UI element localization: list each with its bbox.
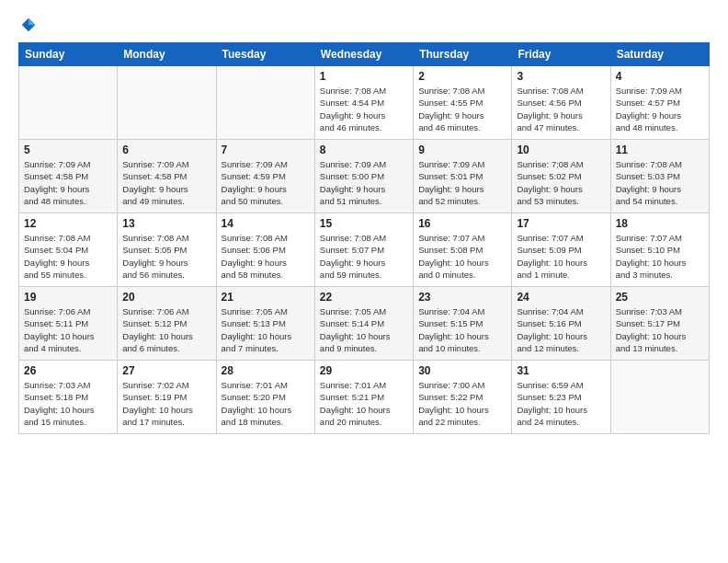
day-number: 11 <box>616 144 704 156</box>
day-cell-19: 19Sunrise: 7:06 AM Sunset: 5:11 PM Dayli… <box>19 287 118 361</box>
day-cell-24: 24Sunrise: 7:04 AM Sunset: 5:16 PM Dayli… <box>512 287 610 361</box>
week-row-1: 1Sunrise: 7:08 AM Sunset: 4:54 PM Daylig… <box>19 66 710 140</box>
day-number: 19 <box>24 291 112 304</box>
day-number: 16 <box>418 217 506 230</box>
day-cell-27: 27Sunrise: 7:02 AM Sunset: 5:19 PM Dayli… <box>118 361 216 434</box>
svg-marker-1 <box>28 18 35 25</box>
day-number: 20 <box>122 291 210 304</box>
day-header-wednesday: Wednesday <box>314 43 413 66</box>
day-number: 2 <box>418 70 506 83</box>
day-cell-21: 21Sunrise: 7:05 AM Sunset: 5:13 PM Dayli… <box>216 287 314 361</box>
day-header-sunday: Sunday <box>19 43 118 66</box>
day-header-thursday: Thursday <box>414 43 512 66</box>
day-number: 10 <box>517 144 605 156</box>
week-row-5: 26Sunrise: 7:03 AM Sunset: 5:18 PM Dayli… <box>19 361 710 434</box>
day-number: 15 <box>320 217 408 230</box>
day-number: 28 <box>222 364 310 377</box>
day-cell-14: 14Sunrise: 7:08 AM Sunset: 5:06 PM Dayli… <box>216 213 314 287</box>
day-cell-13: 13Sunrise: 7:08 AM Sunset: 5:05 PM Dayli… <box>118 213 216 287</box>
day-number: 27 <box>122 364 210 377</box>
day-number: 24 <box>517 291 605 304</box>
day-cell-25: 25Sunrise: 7:03 AM Sunset: 5:17 PM Dayli… <box>610 287 709 361</box>
day-number: 29 <box>320 364 408 377</box>
logo <box>18 17 37 33</box>
day-info: Sunrise: 7:06 AM Sunset: 5:11 PM Dayligh… <box>24 305 112 354</box>
day-number: 26 <box>24 364 112 377</box>
day-number: 31 <box>517 364 605 377</box>
day-cell-22: 22Sunrise: 7:05 AM Sunset: 5:14 PM Dayli… <box>314 287 413 361</box>
day-number: 8 <box>320 144 408 156</box>
day-info: Sunrise: 7:03 AM Sunset: 5:17 PM Dayligh… <box>616 305 704 354</box>
day-info: Sunrise: 7:08 AM Sunset: 4:56 PM Dayligh… <box>517 85 605 133</box>
day-number: 9 <box>418 144 506 156</box>
day-cell-18: 18Sunrise: 7:07 AM Sunset: 5:10 PM Dayli… <box>610 213 709 287</box>
day-number: 18 <box>616 217 704 230</box>
day-info: Sunrise: 7:05 AM Sunset: 5:13 PM Dayligh… <box>222 305 310 354</box>
day-cell-23: 23Sunrise: 7:04 AM Sunset: 5:15 PM Dayli… <box>414 287 512 361</box>
day-info: Sunrise: 7:09 AM Sunset: 4:58 PM Dayligh… <box>24 158 112 207</box>
day-info: Sunrise: 7:04 AM Sunset: 5:15 PM Dayligh… <box>418 305 506 354</box>
day-info: Sunrise: 7:09 AM Sunset: 4:59 PM Dayligh… <box>222 158 310 207</box>
day-cell-20: 20Sunrise: 7:06 AM Sunset: 5:12 PM Dayli… <box>118 287 216 361</box>
day-number: 30 <box>418 364 506 377</box>
calendar-table: SundayMondayTuesdayWednesdayThursdayFrid… <box>18 42 710 434</box>
day-info: Sunrise: 7:09 AM Sunset: 4:57 PM Dayligh… <box>616 85 704 133</box>
day-cell-4: 4Sunrise: 7:09 AM Sunset: 4:57 PM Daylig… <box>610 66 709 140</box>
day-number: 25 <box>616 291 704 304</box>
day-header-tuesday: Tuesday <box>216 43 314 66</box>
day-info: Sunrise: 7:03 AM Sunset: 5:18 PM Dayligh… <box>24 379 112 428</box>
day-number: 21 <box>222 291 310 304</box>
day-cell-2: 2Sunrise: 7:08 AM Sunset: 4:55 PM Daylig… <box>414 66 512 140</box>
day-info: Sunrise: 7:05 AM Sunset: 5:14 PM Dayligh… <box>320 305 408 354</box>
day-info: Sunrise: 7:08 AM Sunset: 5:03 PM Dayligh… <box>616 158 704 207</box>
day-info: Sunrise: 7:01 AM Sunset: 5:20 PM Dayligh… <box>222 379 310 428</box>
day-info: Sunrise: 7:07 AM Sunset: 5:10 PM Dayligh… <box>616 232 704 281</box>
day-number: 3 <box>517 70 605 83</box>
day-info: Sunrise: 7:08 AM Sunset: 5:04 PM Dayligh… <box>24 232 112 281</box>
day-cell-10: 10Sunrise: 7:08 AM Sunset: 5:02 PM Dayli… <box>512 140 610 213</box>
day-number: 4 <box>616 70 704 83</box>
day-cell-31: 31Sunrise: 6:59 AM Sunset: 5:23 PM Dayli… <box>512 361 610 434</box>
day-cell-29: 29Sunrise: 7:01 AM Sunset: 5:21 PM Dayli… <box>314 361 413 434</box>
day-cell-9: 9Sunrise: 7:09 AM Sunset: 5:01 PM Daylig… <box>414 140 512 213</box>
day-number: 13 <box>122 217 210 230</box>
empty-cell <box>118 66 216 140</box>
empty-cell <box>19 66 118 140</box>
week-row-3: 12Sunrise: 7:08 AM Sunset: 5:04 PM Dayli… <box>19 213 710 287</box>
day-info: Sunrise: 6:59 AM Sunset: 5:23 PM Dayligh… <box>517 379 605 428</box>
day-info: Sunrise: 7:07 AM Sunset: 5:08 PM Dayligh… <box>418 232 506 281</box>
calendar-page: SundayMondayTuesdayWednesdayThursdayFrid… <box>0 0 728 563</box>
empty-cell <box>216 66 314 140</box>
day-cell-5: 5Sunrise: 7:09 AM Sunset: 4:58 PM Daylig… <box>19 140 118 213</box>
page-header <box>18 17 710 33</box>
day-number: 22 <box>320 291 408 304</box>
week-row-2: 5Sunrise: 7:09 AM Sunset: 4:58 PM Daylig… <box>19 140 710 213</box>
day-cell-15: 15Sunrise: 7:08 AM Sunset: 5:07 PM Dayli… <box>314 213 413 287</box>
day-info: Sunrise: 7:01 AM Sunset: 5:21 PM Dayligh… <box>320 379 408 428</box>
day-cell-6: 6Sunrise: 7:09 AM Sunset: 4:58 PM Daylig… <box>118 140 216 213</box>
day-info: Sunrise: 7:08 AM Sunset: 5:02 PM Dayligh… <box>517 158 605 207</box>
day-cell-7: 7Sunrise: 7:09 AM Sunset: 4:59 PM Daylig… <box>216 140 314 213</box>
week-row-4: 19Sunrise: 7:06 AM Sunset: 5:11 PM Dayli… <box>19 287 710 361</box>
day-number: 23 <box>418 291 506 304</box>
day-info: Sunrise: 7:08 AM Sunset: 5:07 PM Dayligh… <box>320 232 408 281</box>
day-info: Sunrise: 7:08 AM Sunset: 4:55 PM Dayligh… <box>418 85 506 133</box>
day-number: 7 <box>222 144 310 156</box>
day-number: 6 <box>122 144 210 156</box>
day-cell-28: 28Sunrise: 7:01 AM Sunset: 5:20 PM Dayli… <box>216 361 314 434</box>
day-number: 1 <box>320 70 408 83</box>
day-info: Sunrise: 7:09 AM Sunset: 5:01 PM Dayligh… <box>418 158 506 207</box>
logo-icon <box>20 17 37 33</box>
day-number: 12 <box>24 217 112 230</box>
day-cell-12: 12Sunrise: 7:08 AM Sunset: 5:04 PM Dayli… <box>19 213 118 287</box>
day-info: Sunrise: 7:09 AM Sunset: 5:00 PM Dayligh… <box>320 158 408 207</box>
day-cell-8: 8Sunrise: 7:09 AM Sunset: 5:00 PM Daylig… <box>314 140 413 213</box>
day-cell-30: 30Sunrise: 7:00 AM Sunset: 5:22 PM Dayli… <box>414 361 512 434</box>
day-header-friday: Friday <box>512 43 610 66</box>
day-cell-16: 16Sunrise: 7:07 AM Sunset: 5:08 PM Dayli… <box>414 213 512 287</box>
day-header-saturday: Saturday <box>610 43 709 66</box>
day-header-monday: Monday <box>118 43 216 66</box>
day-number: 5 <box>24 144 112 156</box>
day-info: Sunrise: 7:08 AM Sunset: 4:54 PM Dayligh… <box>320 85 408 133</box>
day-info: Sunrise: 7:07 AM Sunset: 5:09 PM Dayligh… <box>517 232 605 281</box>
